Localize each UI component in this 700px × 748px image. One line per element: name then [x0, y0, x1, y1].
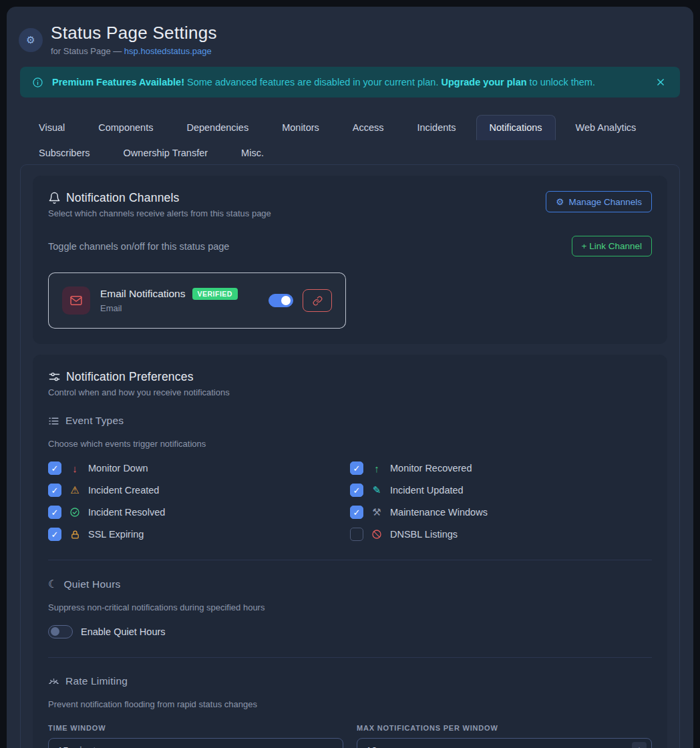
- check-circle-icon: [69, 507, 81, 518]
- event-types-grid: ✓ ↓ Monitor Down ✓ ↑ Monitor Recovered ✓…: [48, 461, 652, 541]
- tab-components[interactable]: Components: [85, 115, 166, 140]
- tab-notifications[interactable]: Notifications: [476, 115, 556, 140]
- checkbox[interactable]: ✓: [48, 461, 61, 475]
- page-title: Status Page Settings: [51, 23, 217, 43]
- preferences-subtitle: Control when and how you receive notific…: [48, 387, 652, 397]
- warning-icon: ⚠: [69, 484, 81, 496]
- tab-incidents[interactable]: Incidents: [404, 115, 470, 140]
- moon-icon: ☾: [48, 578, 58, 590]
- unlink-channel-button[interactable]: [303, 289, 332, 312]
- gear-icon: ⚙: [19, 28, 43, 52]
- tab-subscribers[interactable]: Subscribers: [25, 140, 104, 166]
- notification-channels-card: Notification Channels Select which chann…: [33, 176, 667, 344]
- checkbox[interactable]: ✓: [350, 461, 363, 475]
- link-channel-button[interactable]: + Link Channel: [572, 236, 652, 256]
- checkbox[interactable]: ✓: [350, 528, 363, 541]
- rate-limiting-subtitle: Prevent notification flooding from rapid…: [48, 699, 652, 709]
- verified-badge: VERIFIED: [192, 288, 238, 300]
- event-ssl-expiring[interactable]: ✓ SSL Expiring: [48, 528, 350, 541]
- channel-type: Email: [100, 303, 258, 313]
- quiet-hours-subtitle: Suppress non-critical notifications duri…: [48, 602, 652, 612]
- ban-icon: [371, 529, 383, 540]
- settings-panel: ⚙ Status Page Settings for Status Page —…: [7, 7, 693, 748]
- event-types-subtitle: Choose which events trigger notification…: [48, 439, 652, 449]
- info-icon: [32, 77, 43, 88]
- divider: [48, 657, 652, 658]
- arrow-down-icon: ↓: [69, 463, 81, 474]
- quiet-hours-toggle-label: Enable Quiet Hours: [81, 626, 166, 637]
- notifications-tab-content: Notification Channels Select which chann…: [20, 164, 680, 748]
- preferences-title: Notification Preferences: [66, 370, 194, 384]
- checkbox[interactable]: ✓: [350, 506, 363, 519]
- channels-title: Notification Channels: [66, 191, 180, 205]
- tab-ownership-transfer[interactable]: Ownership Transfer: [110, 140, 222, 166]
- status-page-link[interactable]: hsp.hostedstatus.page: [124, 46, 212, 56]
- tab-web-analytics[interactable]: Web Analytics: [562, 115, 650, 140]
- tab-monitors[interactable]: Monitors: [269, 115, 333, 140]
- event-types-header: Event Types: [48, 415, 652, 427]
- page-header: ⚙ Status Page Settings for Status Page —…: [7, 7, 693, 56]
- time-window-select[interactable]: 15 minutes: [48, 738, 343, 748]
- upgrade-plan-link[interactable]: Upgrade your plan: [441, 77, 526, 87]
- checkbox[interactable]: ✓: [350, 484, 363, 497]
- email-channel-card: Email Notifications VERIFIED Email: [48, 272, 346, 329]
- gear-icon: ⚙: [556, 196, 564, 207]
- arrow-up-icon: ↑: [371, 463, 383, 474]
- event-maintenance-windows[interactable]: ✓ ⚒ Maintenance Windows: [350, 506, 652, 519]
- time-window-label: TIME WINDOW: [48, 724, 343, 732]
- tools-icon: ⚒: [371, 506, 383, 518]
- link-icon: [313, 296, 323, 306]
- event-monitor-recovered[interactable]: ✓ ↑ Monitor Recovered: [350, 461, 652, 475]
- event-dnsbl-listings[interactable]: ✓ DNSBL Listings: [350, 528, 652, 541]
- tab-dependencies[interactable]: Dependencies: [173, 115, 262, 140]
- quiet-hours-header: ☾ Quiet Hours: [48, 578, 652, 590]
- toggle-channels-hint: Toggle channels on/off for this status p…: [48, 241, 229, 252]
- premium-banner: Premium Features Available! Some advance…: [20, 67, 680, 98]
- event-incident-resolved[interactable]: ✓ Incident Resolved: [48, 506, 350, 519]
- tab-misc[interactable]: Misc.: [228, 140, 277, 166]
- number-stepper[interactable]: ▴ ▾: [632, 742, 647, 748]
- gauge-icon: [48, 676, 59, 687]
- list-icon: [48, 415, 59, 427]
- rate-limiting-header: Rate Limiting: [48, 675, 652, 687]
- page-subtitle: for Status Page — hsp.hostedstatus.page: [51, 46, 217, 56]
- email-icon: [62, 287, 90, 315]
- lock-icon: [69, 530, 81, 540]
- settings-tabs: Visual Components Dependencies Monitors …: [25, 115, 675, 166]
- tab-visual[interactable]: Visual: [25, 115, 78, 140]
- divider: [48, 560, 652, 560]
- channels-subtitle: Select which channels receive alerts fro…: [48, 208, 271, 218]
- pencil-icon: ✎: [371, 484, 383, 496]
- event-incident-created[interactable]: ✓ ⚠ Incident Created: [48, 484, 350, 497]
- manage-channels-button[interactable]: ⚙ Manage Channels: [546, 191, 652, 212]
- quiet-hours-toggle[interactable]: [48, 625, 73, 638]
- event-monitor-down[interactable]: ✓ ↓ Monitor Down: [48, 461, 350, 475]
- channel-name: Email Notifications: [100, 288, 186, 300]
- email-channel-toggle[interactable]: [269, 294, 293, 307]
- bell-icon: [48, 192, 61, 204]
- premium-banner-message: Premium Features Available! Some advance…: [52, 77, 645, 87]
- checkbox[interactable]: ✓: [48, 528, 61, 541]
- chevron-down-icon: [324, 745, 334, 748]
- checkbox[interactable]: ✓: [48, 484, 61, 497]
- sliders-icon: [48, 371, 61, 383]
- tab-access[interactable]: Access: [339, 115, 397, 140]
- max-notifications-input[interactable]: 10 ▴ ▾: [357, 738, 652, 748]
- close-icon[interactable]: [653, 75, 668, 89]
- notification-preferences-card: Notification Preferences Control when an…: [33, 355, 667, 748]
- checkbox[interactable]: ✓: [48, 506, 61, 519]
- max-notifications-label: MAX NOTIFICATIONS PER WINDOW: [357, 724, 652, 732]
- event-incident-updated[interactable]: ✓ ✎ Incident Updated: [350, 484, 652, 497]
